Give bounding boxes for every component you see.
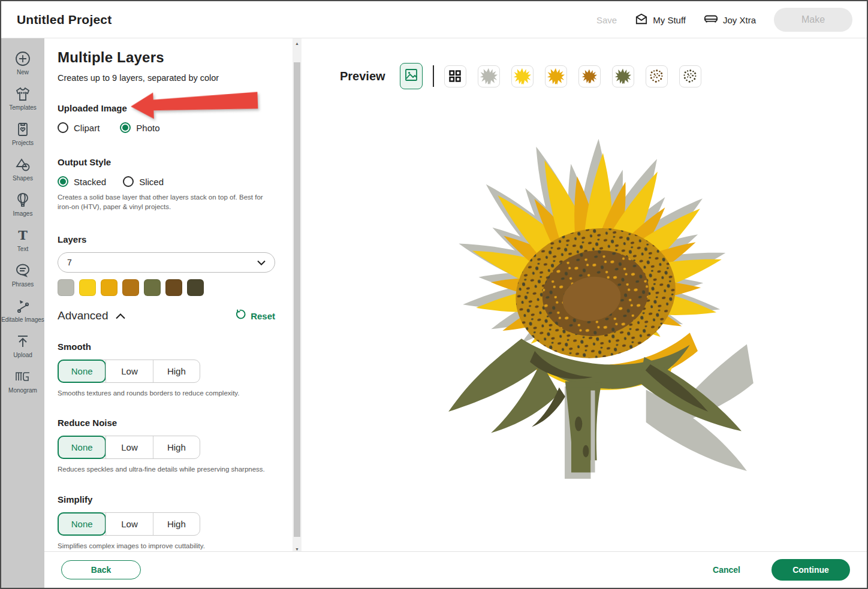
layers-count-value: 7 (67, 258, 72, 267)
uploaded-image-label: Uploaded Image (58, 103, 276, 113)
inbox-icon (635, 13, 648, 27)
output-style-label: Output Style (58, 157, 276, 167)
reduce-noise-high-button[interactable]: High (153, 436, 200, 458)
app-window: Untitled Project Save My Stuff Joy Xtra … (0, 0, 868, 589)
make-button[interactable]: Make (774, 8, 852, 32)
preview-title: Preview (340, 70, 385, 83)
text-icon: T (14, 227, 31, 244)
plus-circle-icon (14, 50, 31, 67)
scroll-up-arrow[interactable]: ▲ (293, 38, 302, 48)
smooth-high-button[interactable]: High (153, 360, 200, 382)
simplify-high-button[interactable]: High (153, 513, 200, 535)
layer-swatch-1[interactable] (58, 279, 74, 296)
chevron-up-icon (116, 309, 125, 322)
preview-area: Preview (302, 38, 867, 554)
radio-dot (123, 176, 134, 187)
sidebar-item-monogram[interactable]: Monogram (1, 364, 44, 399)
save-button[interactable]: Save (596, 15, 617, 25)
svg-text:T: T (18, 228, 28, 243)
sidebar-item-templates[interactable]: Templates (1, 81, 44, 116)
layer-swatch-3[interactable] (101, 279, 117, 296)
speech-bubble-icon (14, 262, 31, 279)
project-title[interactable]: Untitled Project (17, 13, 111, 27)
top-bar: Untitled Project Save My Stuff Joy Xtra … (1, 1, 867, 38)
reduce-noise-none-button[interactable]: None (58, 436, 106, 459)
radio-sliced[interactable]: Sliced (123, 176, 164, 187)
reduce-noise-segmented-control: None Low High (58, 436, 200, 459)
sidebar-item-upload[interactable]: Upload (1, 328, 44, 364)
sidebar-item-shapes[interactable]: Shapes (1, 152, 44, 187)
simplify-none-button[interactable]: None (58, 512, 106, 536)
layers-count-select[interactable]: 7 (58, 252, 275, 273)
smooth-label: Smooth (58, 342, 276, 352)
nav-sidebar: New Templates Projects Shapes Images T T… (1, 38, 44, 588)
reduce-noise-low-button[interactable]: Low (106, 436, 152, 458)
tshirt-icon (14, 86, 31, 102)
advanced-row: Advanced Reset (58, 309, 275, 322)
project-card-icon (14, 121, 31, 138)
panel-scrollbar[interactable]: ▲ ▼ (293, 38, 302, 554)
output-style-options: Stacked Sliced (58, 176, 276, 187)
reduce-noise-description: Reduces speckles and ultra-fine details … (58, 464, 269, 474)
radio-clipart[interactable]: Clipart (58, 122, 100, 133)
upload-icon (14, 333, 31, 350)
scroll-thumb[interactable] (294, 62, 300, 537)
output-style-description: Creates a solid base layer that other la… (58, 192, 269, 212)
top-bar-actions: Save My Stuff Joy Xtra Make (596, 1, 852, 38)
sidebar-item-phrases[interactable]: Phrases (1, 258, 44, 293)
bottom-action-bar: Back Cancel Continue (44, 551, 867, 588)
radio-dot (120, 122, 131, 133)
sunflower-preview-image (358, 83, 784, 479)
cutting-machine-icon (704, 14, 718, 26)
simplify-low-button[interactable]: Low (106, 513, 152, 535)
monogram-icon (14, 368, 32, 385)
sidebar-item-new[interactable]: New (1, 46, 44, 81)
radio-photo[interactable]: Photo (120, 122, 159, 133)
radio-dot (58, 122, 68, 133)
layers-label: Layers (58, 234, 276, 244)
image-icon (405, 68, 418, 84)
simplify-segmented-control: None Low High (58, 512, 200, 536)
sidebar-item-images[interactable]: Images (1, 187, 44, 222)
smooth-low-button[interactable]: Low (106, 360, 152, 382)
layer-swatch-2[interactable] (79, 279, 96, 296)
smooth-segmented-control: None Low High (58, 360, 200, 383)
layer-swatch-4[interactable] (122, 279, 139, 296)
simplify-description: Simplifies complex images to improve cut… (58, 541, 269, 551)
reset-button[interactable]: Reset (235, 309, 275, 322)
chevron-down-icon (257, 258, 266, 267)
sidebar-item-editable-images[interactable]: Editable Images (1, 293, 44, 328)
vector-nodes-icon (14, 298, 31, 315)
smooth-none-button[interactable]: None (58, 360, 106, 383)
advanced-toggle[interactable]: Advanced (58, 309, 125, 322)
layer-swatches (58, 279, 276, 296)
my-stuff-button[interactable]: My Stuff (635, 13, 686, 27)
radio-dot (58, 176, 68, 187)
panel-subtitle: Creates up to 9 layers, separated by col… (58, 73, 276, 83)
layer-swatch-7[interactable] (187, 279, 204, 296)
continue-button[interactable]: Continue (771, 559, 850, 581)
layer-swatch-5[interactable] (144, 279, 161, 296)
sidebar-item-projects[interactable]: Projects (1, 116, 44, 152)
radio-stacked[interactable]: Stacked (58, 176, 106, 187)
footer-right-actions: Cancel Continue (713, 559, 850, 581)
uploaded-image-options: Clipart Photo (58, 122, 276, 133)
layers-settings-panel: Multiple Layers Creates up to 9 layers, … (44, 38, 293, 554)
sidebar-item-text[interactable]: T Text (1, 222, 44, 258)
shapes-icon (14, 156, 31, 173)
grid-icon (448, 70, 462, 83)
layer-swatch-6[interactable] (165, 279, 182, 296)
simplify-label: Simplify (58, 494, 276, 505)
smooth-description: Smooths textures and rounds borders to r… (58, 388, 269, 398)
back-button[interactable]: Back (61, 560, 141, 579)
panel-title: Multiple Layers (58, 49, 276, 66)
reduce-noise-label: Reduce Noise (58, 418, 276, 428)
cancel-button[interactable]: Cancel (713, 565, 740, 575)
machine-select-button[interactable]: Joy Xtra (704, 14, 756, 26)
balloon-icon (14, 192, 31, 209)
reset-undo-icon (235, 309, 246, 322)
